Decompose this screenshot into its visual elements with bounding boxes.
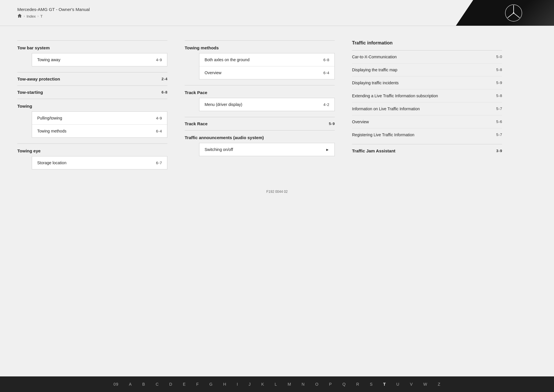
nav-item-t[interactable]: T [378,376,391,392]
page-ref: 5›9 [329,122,335,126]
list-item[interactable]: Displaying the traffic map 5›8 [352,64,502,76]
nav-item-l[interactable]: L [269,376,282,392]
towing-heading: Towing [17,99,167,111]
nav-item-w[interactable]: W [418,376,433,392]
list-item[interactable]: Extending a Live Traffic Information sub… [352,89,502,102]
nav-item-d[interactable]: D [164,376,178,392]
nav-item-m[interactable]: M [282,376,297,392]
page-ref: 3›9 [496,149,502,153]
traffic-announcements-heading: Traffic announcements (audio system) [185,130,335,143]
page-ref: 5›8 [496,94,502,98]
nav-item-c[interactable]: C [150,376,164,392]
group-track-pace: Track Pace Menu (driver display) 4›2 [185,85,335,111]
list-item[interactable]: Both axles on the ground 6›8 [199,53,334,66]
item-label: Displaying the traffic map [352,68,496,72]
page-ref: ► [325,148,329,152]
breadcrumb-sep2: › [38,14,39,18]
page-ref: 5›9 [496,81,502,85]
home-icon[interactable] [17,14,22,19]
list-item[interactable]: Displaying traffic incidents 5›9 [352,76,502,89]
list-item[interactable]: Switching on/off ► [199,143,334,156]
breadcrumb-sep1: › [24,14,25,18]
tow-bar-subitems: Towing away 4›9 [32,53,167,66]
list-item[interactable]: Overview 6›4 [199,66,334,79]
column-2: Towing methods Both axles on the ground … [185,40,335,175]
main-content: Tow bar system Towing away 4›9 Tow-away … [0,26,519,187]
nav-item-p[interactable]: P [324,376,337,392]
nav-item-n[interactable]: N [296,376,310,392]
list-item[interactable]: Registering Live Traffic Information 5›7 [352,128,502,141]
group-towing-eye: Towing eye Storage location 6›7 [17,143,167,169]
nav-item-09[interactable]: 09 [108,376,124,392]
item-label: Switching on/off [205,147,233,152]
group-towing-methods: Towing methods Both axles on the ground … [185,40,335,79]
list-item[interactable]: Information on Live Traffic Information … [352,102,502,115]
page-ref: 4›9 [156,58,162,62]
towing-eye-heading: Towing eye [17,143,167,156]
nav-item-f[interactable]: F [191,376,204,392]
item-label: Both axles on the ground [205,57,250,62]
track-race[interactable]: Track Race 5›9 [185,117,335,130]
item-label: Overview [352,120,496,124]
nav-item-s[interactable]: S [365,376,378,392]
page-ref: 5›7 [496,132,502,137]
page-ref: 6›8 [162,90,167,94]
nav-item-k[interactable]: K [256,376,269,392]
nav-item-g[interactable]: G [204,376,218,392]
nav-item-j[interactable]: J [243,376,256,392]
towing-methods-heading: Towing methods [185,40,335,53]
tow-away-protection[interactable]: Tow-away protection 2›4 [17,72,167,85]
breadcrumb-t: T [40,14,43,18]
doc-id: F192 0044 02 [266,190,288,194]
page-ref: 6›8 [323,58,329,62]
page-ref: 5›0 [496,55,502,59]
svg-point-1 [513,12,514,14]
item-label: Car-to-X-Communication [352,55,496,59]
nav-item-q[interactable]: Q [337,376,351,392]
list-item[interactable]: Towing away 4›9 [32,53,167,66]
item-label: Tow-starting [17,90,43,95]
page-ref: 6›7 [156,161,162,165]
item-label: Towing methods [37,129,66,133]
item-label: Menu (driver display) [205,102,242,107]
list-item[interactable]: Pulling/towing 4›9 [32,112,167,125]
list-item[interactable]: Towing methods 6›4 [32,125,167,137]
nav-item-b[interactable]: B [137,376,150,392]
towing-methods-subitems: Both axles on the ground 6›8 Overview 6›… [199,53,335,79]
item-label: Extending a Live Traffic Information sub… [352,94,496,98]
item-label: Information on Live Traffic Information [352,107,496,111]
item-label: Pulling/towing [37,116,62,120]
nav-item-a[interactable]: A [124,376,137,392]
item-label: Traffic Jam Assistant [352,148,395,153]
page-ref: 5›6 [496,120,502,124]
nav-item-u[interactable]: U [391,376,405,392]
breadcrumb: › Index › T [17,14,439,19]
list-item[interactable]: Car-to-X-Communication 5›0 [352,51,502,64]
group-traffic-announcements: Traffic announcements (audio system) Swi… [185,130,335,156]
nav-item-i[interactable]: I [232,376,244,392]
nav-item-v[interactable]: V [405,376,418,392]
tow-starting[interactable]: Tow-starting 6›8 [17,85,167,99]
list-item[interactable]: Storage location 6›7 [32,156,167,169]
list-item[interactable]: Overview 5›6 [352,115,502,128]
nav-item-e[interactable]: E [178,376,191,392]
towing-subitems: Pulling/towing 4›9 Towing methods 6›4 [32,111,167,138]
nav-item-h[interactable]: H [218,376,231,392]
mercedes-star-icon [505,4,522,22]
item-label: Towing away [37,57,60,62]
footer: F192 0044 02 [0,187,554,211]
nav-item-r[interactable]: R [351,376,365,392]
track-pace-subitems: Menu (driver display) 4›2 [199,98,335,111]
breadcrumb-index[interactable]: Index [27,14,36,18]
item-label: Registering Live Traffic Information [352,132,496,137]
towing-eye-subitems: Storage location 6›7 [32,156,167,169]
item-label: Displaying traffic incidents [352,81,496,85]
list-item[interactable]: Menu (driver display) 4›2 [199,98,334,111]
page-ref: 2›4 [162,77,167,81]
traffic-info-heading: Traffic information [352,40,502,50]
nav-item-z[interactable]: Z [433,376,446,392]
nav-item-o[interactable]: O [310,376,324,392]
manual-title: Mercedes-AMG GT - Owner's Manual [17,7,439,12]
page-ref: 5›7 [496,107,502,111]
traffic-jam-assistant[interactable]: Traffic Jam Assistant 3›9 [352,144,502,157]
